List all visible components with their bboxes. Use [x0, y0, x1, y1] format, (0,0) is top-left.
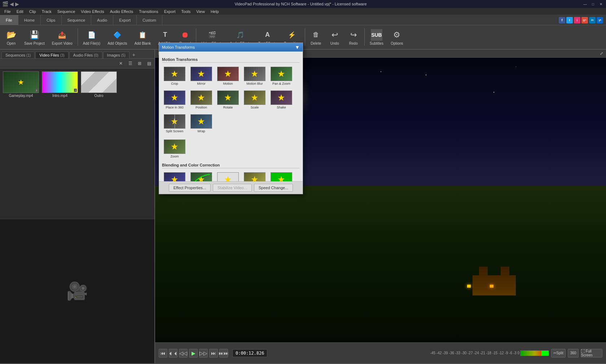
- tab-custom[interactable]: Custom: [137, 15, 162, 25]
- ground-bg: [155, 186, 606, 343]
- effect-thumb-crop: ★: [164, 67, 185, 81]
- step-forward-button[interactable]: ⏭: [209, 349, 218, 358]
- effect-position[interactable]: ★ Position: [189, 89, 214, 111]
- video-files-tab[interactable]: Video Files (3): [35, 52, 69, 58]
- add-files-button[interactable]: 📄 Add File(s): [80, 27, 104, 48]
- tab-sequence[interactable]: Sequence: [62, 15, 92, 25]
- back-btn[interactable]: ◀: [10, 1, 14, 7]
- go-to-start-button[interactable]: ⏮: [159, 349, 167, 358]
- effect-wrap[interactable]: ★ Wrap: [189, 112, 214, 135]
- add-blank-icon: 📋: [137, 29, 148, 41]
- fullscreen-button[interactable]: ⛶ Full Screen: [581, 349, 602, 358]
- color-curves-svg: [191, 173, 212, 181]
- effects-panel-close-button[interactable]: ▼: [295, 44, 300, 50]
- subtitles-button[interactable]: SUB Subtitles: [366, 27, 387, 48]
- facebook-icon[interactable]: f: [559, 17, 565, 23]
- options-button[interactable]: ⚙ Options: [387, 27, 406, 48]
- split-button[interactable]: ✂Split: [551, 349, 566, 358]
- effect-zoom[interactable]: ★ Zoom: [162, 138, 187, 160]
- media-file-grid: ★ ♪ Gameplay.mp4 ♪ Intro.mp4 Outro: [0, 68, 154, 219]
- media-grid-view-btn[interactable]: ⊞: [136, 59, 144, 67]
- media-item-outro[interactable]: Outro: [81, 71, 117, 98]
- menu-edit[interactable]: Edit: [14, 8, 26, 15]
- 360-button[interactable]: 360: [568, 349, 579, 358]
- stabilize-video-button[interactable]: Stabilize Video...: [213, 184, 252, 192]
- undo-button[interactable]: ↩ Undo: [326, 27, 344, 48]
- redo-button[interactable]: ↪ Redo: [344, 27, 363, 48]
- media-tab-bar: Sequences (1) Video Files (3) Audio File…: [0, 50, 154, 59]
- tab-clips[interactable]: Clips: [41, 15, 61, 25]
- effect-label-motion: Motion: [223, 82, 233, 85]
- menu-export[interactable]: Export: [161, 8, 179, 15]
- tab-file[interactable]: File: [0, 15, 18, 25]
- effect-label-rotate: Rotate: [223, 106, 233, 109]
- menu-help[interactable]: Help: [208, 8, 222, 15]
- add-media-tab-button[interactable]: +: [130, 51, 137, 58]
- sequences-tab[interactable]: Sequences (1): [1, 52, 35, 58]
- effect-autolevels[interactable]: ★ Auto Levels: [162, 170, 187, 181]
- effect-label-panzoom: Pan & Zoom: [272, 82, 290, 85]
- close-btn[interactable]: ✕: [598, 1, 604, 7]
- delete-button[interactable]: 🗑 Delete: [307, 27, 325, 48]
- forward-btn[interactable]: ▶: [15, 1, 19, 7]
- effect-crop[interactable]: ★ Crop: [162, 65, 187, 87]
- effect-greenscreen[interactable]: ★ Green Screen: [269, 170, 294, 181]
- menu-video-effects[interactable]: Video Effects: [78, 8, 107, 15]
- media-sort-btn[interactable]: ▤: [145, 59, 153, 67]
- linkedin-icon[interactable]: in: [589, 17, 596, 23]
- effect-motion[interactable]: ★ Motion: [215, 65, 241, 87]
- instagram-icon[interactable]: i: [574, 17, 580, 23]
- maximize-btn[interactable]: □: [590, 1, 596, 7]
- twitter-icon[interactable]: t: [566, 17, 573, 23]
- add-objects-button[interactable]: 🔷 Add Objects: [104, 27, 130, 48]
- rewind-button[interactable]: ◁◁: [179, 349, 188, 358]
- effect-motionblur[interactable]: ★ Motion Blur: [242, 65, 267, 87]
- media-item-gameplay[interactable]: ★ ♪ Gameplay.mp4: [3, 71, 39, 98]
- youtube-icon[interactable]: yt: [597, 17, 603, 23]
- step-back-button[interactable]: ⏴⏴: [169, 349, 177, 358]
- effect-splitscreen[interactable]: ★ Split Screen: [162, 112, 187, 135]
- fast-forward-button[interactable]: ▷▷: [199, 349, 208, 358]
- effect-shake[interactable]: ★ Shake: [269, 89, 294, 111]
- expand-preview-button[interactable]: ⤢: [600, 51, 603, 56]
- media-delete-btn[interactable]: ✕: [117, 59, 125, 67]
- menu-audio-effects[interactable]: Audio Effects: [107, 8, 136, 15]
- effect-place360[interactable]: ★ Place in 360: [162, 89, 187, 111]
- go-to-end-button[interactable]: ⏭⏭: [219, 349, 228, 358]
- effect-rotate[interactable]: ★ Rotate: [215, 89, 241, 111]
- menu-file[interactable]: File: [1, 8, 14, 15]
- effect-thumb-motionblur: ★: [244, 67, 265, 81]
- save-project-button[interactable]: 💾 Save Project: [21, 27, 48, 48]
- media-list-view-btn[interactable]: ☰: [126, 59, 134, 67]
- menu-transitions[interactable]: Transitions: [136, 8, 161, 15]
- redo-icon: ↪: [348, 29, 359, 41]
- effect-mirror[interactable]: ★ Mirror: [189, 65, 214, 87]
- options-icon: ⚙: [391, 29, 403, 41]
- menu-clip[interactable]: Clip: [26, 8, 39, 15]
- tab-audio[interactable]: Audio: [91, 15, 113, 25]
- speed-change-button[interactable]: Speed Change...: [254, 184, 293, 192]
- add-blank-button[interactable]: 📋 Add Blank: [131, 27, 154, 48]
- audio-files-tab[interactable]: Audio Files (0): [69, 52, 102, 58]
- effect-scale[interactable]: ★ Scale: [242, 89, 267, 111]
- menu-view[interactable]: View: [193, 8, 208, 15]
- effect-properties-button[interactable]: Effect Properties...: [169, 184, 211, 192]
- effect-exposure[interactable]: ★ Exposure: [242, 170, 267, 181]
- effect-coloradj[interactable]: ★ Color adjustments: [215, 170, 241, 181]
- menu-track[interactable]: Track: [39, 8, 54, 15]
- tab-export[interactable]: Export: [113, 15, 137, 25]
- effect-panzoom[interactable]: ★ Pan & Zoom: [269, 65, 294, 87]
- effect-colorcurves[interactable]: ★ Color Curves: [189, 170, 214, 181]
- media-item-intro[interactable]: ♪ Intro.mp4: [42, 71, 78, 98]
- googleplus-icon[interactable]: g+: [581, 17, 588, 23]
- images-tab[interactable]: Images (5): [103, 52, 129, 58]
- play-button[interactable]: ▶: [189, 349, 198, 358]
- tab-home[interactable]: Home: [18, 15, 41, 25]
- effect-thumb-scale: ★: [244, 90, 265, 105]
- open-button[interactable]: 📂 Open: [2, 27, 20, 48]
- menu-tools[interactable]: Tools: [179, 8, 194, 15]
- effect-thumb-autolevels: ★: [164, 172, 185, 181]
- minimize-btn[interactable]: —: [582, 1, 588, 7]
- menu-sequence[interactable]: Sequence: [54, 8, 78, 15]
- export-video-button[interactable]: 📤 Export Video: [49, 27, 76, 48]
